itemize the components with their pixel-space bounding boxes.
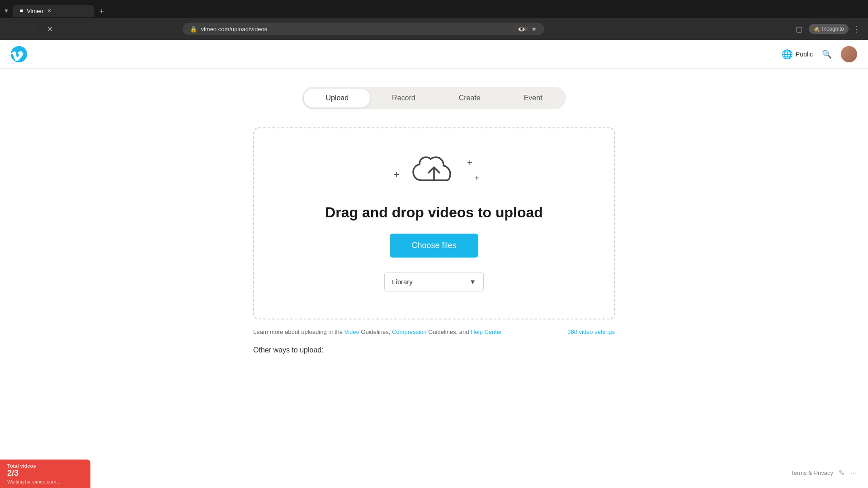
library-select-container: Library ▼ (272, 272, 596, 291)
vimeo-favicon: ■ (20, 8, 23, 14)
tab-create[interactable]: Create (437, 89, 502, 108)
more-options-icon[interactable]: ⋮ (852, 24, 861, 34)
learn-more-prefix: Learn more about uploading in the (253, 328, 344, 335)
other-ways-title: Other ways to upload: (253, 346, 324, 354)
tab-title: Vimeo (27, 8, 43, 14)
sidebar-icon[interactable]: ▢ (793, 23, 805, 35)
tab-create-label: Create (459, 94, 481, 102)
plus-icon-top-right: + (467, 158, 472, 168)
plus-icon-right: + (474, 174, 479, 183)
total-videos-count: 2/3 (7, 469, 83, 478)
choose-files-button[interactable]: Choose files (390, 234, 478, 258)
tab-close-icon[interactable]: ✕ (47, 8, 52, 14)
status-bar: Total videos 2/3 Waiting for vimeo.com..… (0, 460, 90, 488)
globe-icon: 🌐 (782, 49, 793, 60)
footer-text: Learn more about uploading in the Video … (253, 328, 502, 335)
tab-event-label: Event (524, 94, 542, 102)
public-label: Public (796, 51, 813, 58)
upload-drop-area[interactable]: + + + Drag and drop videos to upload Cho… (253, 127, 615, 319)
library-dropdown[interactable]: Library ▼ (384, 272, 484, 291)
public-button[interactable]: 🌐 Public (782, 49, 813, 60)
avatar[interactable] (841, 46, 857, 62)
cloud-upload-icon (411, 155, 457, 192)
star-icon[interactable]: ★ (531, 25, 537, 33)
dropdown-arrow-icon: ▼ (469, 278, 476, 286)
vimeo-logo[interactable] (11, 46, 27, 62)
url-text: vimeo.com/upload/videos (201, 26, 514, 33)
help-center-link[interactable]: Help Center (471, 328, 502, 335)
incognito-badge: 🕵 Incognito (809, 24, 849, 34)
total-videos-label: Total videos (7, 463, 83, 469)
search-icon[interactable]: 🔍 (822, 49, 832, 59)
back-button[interactable]: ← (7, 23, 20, 35)
other-ways-section: Other ways to upload: (253, 346, 615, 354)
plus-icon-left: + (393, 168, 400, 181)
tab-record-label: Record (392, 94, 415, 102)
guidelines-text-2: Guidelines, and (428, 328, 471, 335)
drag-drop-text: Drag and drop videos to upload (272, 204, 596, 221)
lock-icon: 🔒 (190, 26, 197, 33)
edit-icon[interactable]: ✎ (839, 469, 844, 477)
tab-record[interactable]: Record (370, 89, 437, 108)
library-label: Library (392, 278, 413, 286)
video-guidelines-link[interactable]: Video (344, 328, 359, 335)
forward-button[interactable]: → (25, 23, 38, 35)
compression-link[interactable]: Compression (392, 328, 427, 335)
tab-upload-label: Upload (326, 94, 349, 102)
waiting-text: Waiting for vimeo.com... (7, 479, 83, 484)
tab-upload[interactable]: Upload (304, 89, 370, 108)
tab-event[interactable]: Event (502, 89, 564, 108)
more-options-bottom-icon[interactable]: ⋯ (850, 469, 857, 477)
new-tab-button[interactable]: ＋ (94, 4, 109, 18)
reload-button[interactable]: ✕ (43, 23, 56, 35)
eye-off-icon: 👁️​⃠ (518, 25, 528, 33)
incognito-icon: 🕵 (813, 26, 820, 32)
upload-footer: Learn more about uploading in the Video … (253, 328, 615, 335)
terms-privacy-link[interactable]: Terms & Privacy (791, 469, 833, 476)
address-bar[interactable]: 🔒 vimeo.com/upload/videos 👁️​⃠ ★ (183, 23, 544, 35)
upload-tabs: Upload Record Create Event (302, 87, 566, 109)
active-tab[interactable]: ■ Vimeo ✕ (13, 5, 94, 17)
video-settings-link[interactable]: 360 video settings (567, 328, 615, 335)
guidelines-text-1: Guidelines, (361, 328, 392, 335)
upload-icon-area: + + + (272, 155, 596, 193)
tab-nav-left[interactable]: ▼ (4, 8, 9, 14)
incognito-label: Incognito (822, 26, 844, 32)
tab-list-arrow[interactable]: ▼ (4, 8, 9, 14)
